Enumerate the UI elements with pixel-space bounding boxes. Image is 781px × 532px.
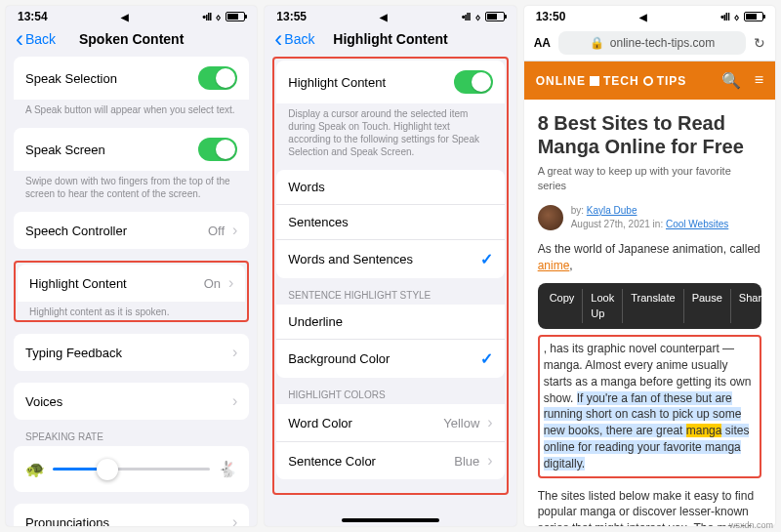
search-icon[interactable]: 🔍 (721, 71, 741, 90)
status-bar: 13:50 ◀ ⬨ (524, 6, 775, 25)
byline: by: Kayla Dube August 27th, 2021 in: Coo… (538, 204, 761, 231)
row-label: Words (288, 180, 324, 194)
pronunciations-row[interactable]: Pronunciations (14, 504, 249, 526)
avatar (538, 205, 563, 230)
row-label: Speech Controller (25, 224, 127, 238)
highlight-content-toggle-row[interactable]: Highlight Content (276, 61, 504, 103)
reload-icon[interactable] (754, 34, 765, 52)
article-headline: 8 Best Sites to Read Manga Online for Fr… (538, 111, 761, 158)
slider-track[interactable] (53, 468, 210, 471)
row-label: Sentences (288, 215, 348, 229)
caption: Highlight content as it is spoken. (18, 302, 245, 318)
clock: 13:55 (276, 10, 307, 23)
signal-icon (202, 10, 211, 23)
anime-link[interactable]: anime (538, 259, 570, 272)
location-icon: ◀ (639, 12, 647, 22)
site-logo[interactable]: ONLINETECHTIPS (536, 74, 687, 88)
back-button[interactable]: Back (16, 31, 56, 47)
row-label: Underline (288, 314, 343, 329)
row-label: Highlight Content (288, 75, 386, 90)
highlighted-paragraph: , has its graphic novel counterpart — ma… (538, 335, 761, 477)
row-value: On (204, 274, 234, 292)
screen-spoken-content: 13:54 ◀ ⬨ Back Spoken Content Speak Sele… (6, 6, 257, 526)
clock: 13:54 (18, 10, 48, 23)
section-header: HIGHLIGHT COLORS (276, 389, 504, 404)
highlight-content-row[interactable]: Highlight Content On (18, 265, 245, 302)
words-and-sentences-row[interactable]: Words and Sentences (276, 239, 504, 278)
article-subtitle: A great way to keep up with your favorit… (538, 164, 761, 194)
lock-icon: 🔒 (590, 36, 604, 50)
speaking-rate-slider[interactable]: 🐢 🐇 (14, 446, 249, 492)
status-bar: 13:55 ◀ ⬨ (265, 6, 515, 25)
menu-icon[interactable]: ≡ (755, 71, 763, 90)
battery-icon (744, 12, 763, 21)
chevron-icon (228, 344, 237, 361)
screen-safari: 13:50 ◀ ⬨ AA 🔒 online-tech-tips.com ONLI… (524, 6, 775, 526)
slider-thumb[interactable] (97, 459, 118, 480)
url-bar: AA 🔒 online-tech-tips.com (524, 25, 775, 61)
location-icon: ◀ (121, 12, 129, 22)
speak-screen-row[interactable]: Speak Screen (14, 128, 249, 171)
nav-bar: Back Spoken Content (6, 25, 257, 57)
site-header: ONLINETECHTIPS 🔍 ≡ (524, 61, 775, 100)
menu-lookup[interactable]: Look Up (583, 289, 623, 323)
page-title: Highlight Content (333, 31, 447, 47)
speak-selection-row[interactable]: Speak Selection (14, 57, 249, 100)
row-label: Typing Feedback (25, 346, 122, 360)
row-value: Blue (454, 452, 492, 470)
row-label: Words and Sentences (288, 252, 413, 266)
rabbit-icon: 🐇 (218, 460, 237, 478)
row-label: Background Color (288, 351, 390, 366)
signal-icon (720, 10, 729, 23)
category-link[interactable]: Cool Websites (666, 219, 728, 229)
menu-translate[interactable]: Translate (623, 289, 683, 323)
clock: 13:50 (536, 10, 566, 23)
paragraph: The sites listed below make it easy to f… (538, 488, 761, 526)
menu-share[interactable]: Share… (731, 289, 775, 323)
location-icon: ◀ (380, 12, 388, 22)
battery-icon (226, 12, 245, 21)
voices-row[interactable]: Voices (14, 383, 249, 420)
menu-pause[interactable]: Pause (684, 289, 731, 323)
section-header: SENTENCE HIGHLIGHT STYLE (276, 290, 504, 305)
row-label: Voices (25, 394, 62, 409)
speech-controller-row[interactable]: Speech Controller Off (14, 212, 249, 249)
typing-feedback-row[interactable]: Typing Feedback (14, 334, 249, 371)
url-field[interactable]: 🔒 online-tech-tips.com (558, 31, 746, 55)
nav-bar: Back Highlight Content (265, 25, 515, 57)
row-label: Speak Selection (25, 71, 117, 86)
menu-copy[interactable]: Copy (542, 289, 584, 323)
words-row[interactable]: Words (276, 170, 504, 204)
highlighted-section: Highlight Content Display a cursor aroun… (272, 57, 508, 495)
back-button[interactable]: Back (274, 31, 314, 47)
word-color-row[interactable]: Word Color Yellow (276, 404, 504, 441)
sentences-row[interactable]: Sentences (276, 204, 504, 239)
caption: Swipe down with two fingers from the top… (14, 171, 249, 200)
url-text: online-tech-tips.com (610, 36, 715, 50)
article-content: 8 Best Sites to Read Manga Online for Fr… (524, 100, 775, 526)
wifi-icon: ⬨ (215, 10, 222, 23)
background-color-row[interactable]: Background Color (276, 339, 504, 378)
section-header: SPEAKING RATE (14, 431, 249, 446)
toggle-on[interactable] (198, 66, 237, 90)
row-value: Off (208, 222, 237, 239)
row-label: Pronunciations (25, 515, 109, 527)
page-title: Spoken Content (79, 31, 184, 47)
toggle-on[interactable] (454, 70, 493, 94)
highlight-content-group: Highlight Content On Highlight content a… (14, 261, 249, 322)
author-link[interactable]: Kayla Dube (587, 205, 637, 216)
toggle-on[interactable] (198, 138, 237, 161)
caption: A Speak button will appear when you sele… (14, 100, 249, 116)
text-selection-menu: Copy Look Up Translate Pause Share… (538, 283, 761, 329)
row-label: Sentence Color (288, 454, 376, 469)
sentence-color-row[interactable]: Sentence Color Blue (276, 441, 504, 479)
wifi-icon: ⬨ (474, 10, 481, 23)
row-label: Word Color (288, 416, 352, 430)
watermark: wsxdn.com (729, 520, 773, 530)
turtle-icon: 🐢 (25, 460, 45, 478)
home-indicator[interactable] (342, 518, 439, 522)
chevron-icon (228, 392, 237, 410)
text-size-button[interactable]: AA (534, 36, 551, 50)
signal-icon (462, 10, 471, 23)
underline-row[interactable]: Underline (276, 305, 504, 339)
